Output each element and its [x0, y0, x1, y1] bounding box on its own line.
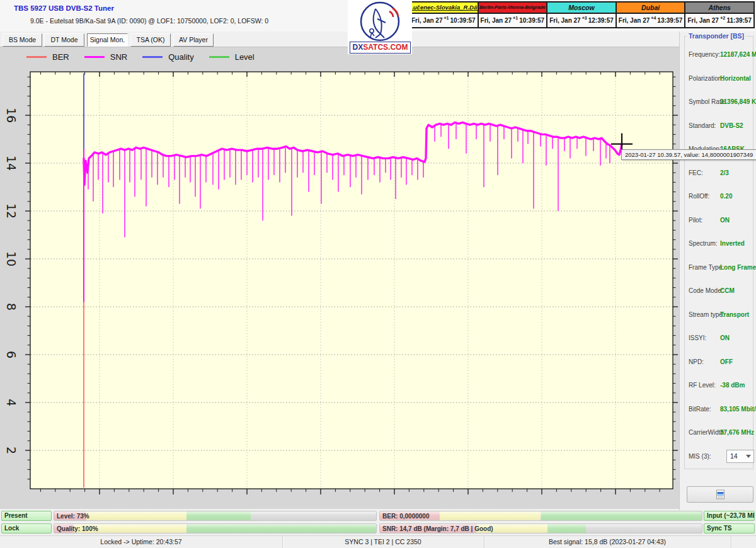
mis-dropdown[interactable]: 14 [726, 450, 754, 463]
transponder-row-14: RF Level:-38 dBm [685, 374, 753, 397]
field-value: Long Frame [720, 264, 756, 271]
legend-item-quality: Quality [142, 52, 193, 62]
gauge-bar-right-0: BER: 0,0000000 [379, 511, 702, 521]
app-window: TBS 5927 USB DVB-S2 Tuner 9.0E - Eutelsa… [0, 0, 756, 548]
clock-city-label: Lučenec-Slovakia_R.Dávid [410, 3, 478, 14]
field-label: Frame Type: [689, 264, 724, 271]
clock-datetime: Fri, Jan 27+110:39:57 [410, 14, 478, 27]
field-label: Spectrum: [689, 240, 718, 247]
svg-text:12: 12 [4, 203, 18, 219]
transponder-row-5: FEC:2/3 [685, 161, 753, 185]
mis-selected-value: 14 [730, 452, 738, 460]
tab-bar: BS ModeDT ModeSignal Mon.TSA (OK)AV Play… [0, 31, 679, 47]
statusbar-panel-1: SYNC 3 | TEI 2 | CC 2350 [282, 536, 484, 548]
clock-city-label: Athens [685, 3, 753, 14]
gauge-bar-left-1: Quality: 100% [54, 523, 377, 534]
svg-text:8: 8 [4, 303, 18, 311]
field-value: ON [720, 334, 730, 341]
gauge-shine [54, 524, 376, 533]
transponder-row-7: Pilot:ON [685, 208, 753, 232]
svg-text:6: 6 [4, 351, 18, 358]
field-value: 37,676 MHz [720, 429, 754, 436]
clock-time: 11:39:57 [726, 17, 751, 24]
clock-datetime: Fri, Jan 27+413:39:57 [617, 14, 685, 27]
field-label: Stream type: [689, 311, 724, 318]
tab-av-player[interactable]: AV Player [173, 33, 214, 47]
logo-text: DXSATCS.COM [350, 42, 411, 54]
tab-signal-mon-[interactable]: Signal Mon. [87, 33, 128, 47]
clock-date: Fri, Jan 27 [481, 17, 512, 24]
transponder-row-3: Standard:DVB-S2 [685, 114, 753, 138]
gauge-bar-left-0: Level: 73% [54, 511, 377, 521]
tab-bs-mode[interactable]: BS Mode [3, 33, 42, 47]
legend-item-level: Level [209, 52, 255, 62]
gauge-label: Quality: 100% [57, 524, 98, 534]
mis-row: MIS (3):14 [685, 445, 753, 469]
transponder-row-2: Symbol Rate:31396,849 KS/s [685, 90, 753, 114]
field-value: ON [720, 217, 730, 224]
transponder-row-9: Frame Type:Long Frame [685, 256, 753, 280]
legend-line-swatch [142, 56, 163, 58]
legend-item-ber: BER [26, 52, 69, 62]
field-value: 0.20 [720, 193, 732, 200]
status-badge-right-1: Sync TS [704, 523, 755, 534]
transponder-row-16: CarrierWidth:37,676 MHz [685, 421, 753, 445]
clock-time: 13:39:57 [657, 17, 682, 24]
signal-plot[interactable]: 161412108642 [0, 47, 679, 510]
status-badge-right-0: Input (~23,78 Mbps) [704, 511, 755, 521]
legend-label: BER [52, 52, 69, 62]
transponder-row-8: Spectrum:Inverted [685, 232, 753, 256]
field-label: NPD: [689, 358, 704, 365]
transponder-groupbox: Transponder [BS] Frequency:12187,624 MHz… [684, 36, 753, 469]
statusbar-panel-0: Locked -> Uptime: 20:43:57 [0, 536, 283, 548]
legend-label: Quality [168, 52, 193, 62]
clock-date: Fri, Jan 27 [619, 17, 650, 24]
utc-offset: +2 [719, 16, 727, 20]
field-label: RollOff: [689, 193, 709, 200]
status-badge-present: Present [1, 511, 52, 521]
field-value: 31396,849 KS/s [720, 98, 756, 105]
svg-text:10: 10 [4, 251, 18, 266]
utc-offset: +3 [581, 16, 588, 20]
utc-offset: +1 [512, 16, 519, 20]
transponder-row-0: Frequency:12187,624 MHz [685, 43, 753, 67]
transponder-row-12: ISSYI:ON [685, 326, 753, 350]
transponder-row-13: NPD:OFF [685, 350, 753, 374]
clock-time: 12:39:57 [588, 17, 614, 24]
field-value: 2/3 [720, 169, 729, 176]
world-clocks: Lučenec-Slovakia_R.DávidFri, Jan 27+110:… [408, 1, 755, 28]
transponder-row-11: Stream type:Transport [685, 303, 753, 327]
window-title: TBS 5927 USB DVB-S2 Tuner [14, 4, 114, 12]
clock-4: AthensFri, Jan 27+211:39:57 [684, 3, 753, 27]
legend-line-swatch [209, 56, 229, 58]
transponder-sidebar: Transponder [BS] Frequency:12187,624 MHz… [679, 31, 756, 510]
disk-stack-icon [716, 489, 725, 499]
svg-text:16: 16 [4, 108, 18, 123]
gauge-label: Level: 73% [57, 511, 89, 521]
value-tooltip: 2023-01-27 10.39.57, value: 14,800000190… [621, 149, 756, 160]
clock-datetime: Fri, Jan 27+312:39:57 [547, 14, 616, 27]
clock-time: 10:39:57 [519, 17, 544, 24]
tab-tsa-ok-[interactable]: TSA (OK) [130, 33, 171, 47]
gauge-shine [54, 511, 376, 520]
signal-chart-panel: 161412108642 BERSNRQualityLevel 2023-01-… [0, 47, 679, 509]
status-badge-lock: Lock [1, 523, 52, 534]
stream-list-button[interactable] [687, 486, 753, 503]
field-value: 83,105 Mbit/s [720, 406, 756, 413]
field-label: Polarization: [689, 75, 723, 82]
legend-line-swatch [84, 56, 105, 58]
field-label: Pilot: [689, 217, 702, 224]
field-label: FEC: [689, 169, 703, 176]
clock-date: Fri, Jan 27 [549, 17, 580, 24]
field-value: Horizontal [720, 75, 751, 82]
tab-dt-mode[interactable]: DT Mode [44, 33, 84, 47]
clock-city-label: Dubai [617, 3, 685, 14]
clock-datetime: Fri, Jan 27+110:39:57 [479, 14, 547, 27]
field-label: Frequency: [689, 51, 720, 58]
field-value: OFF [720, 358, 733, 365]
tuner-subtitle: 9.0E - Eutelsat 9B/Ka-Sat 9A (ID: 0090) … [30, 17, 268, 25]
clock-date: Fri, Jan 27 [687, 17, 718, 24]
clock-city-label: Moscow [547, 3, 616, 14]
field-label: Code Mode: [689, 287, 723, 294]
svg-text:14: 14 [4, 156, 18, 171]
